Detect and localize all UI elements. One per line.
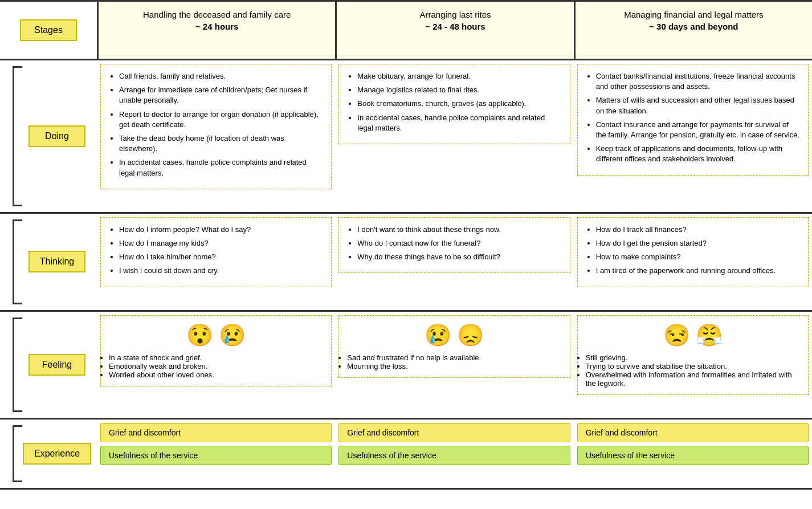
emoji-3-1: 😒 <box>663 323 690 348</box>
usefulness-bar-3: Usefulness of the service <box>577 446 809 465</box>
feeling-cell-1: 😯 😢 In a state of shock and grief. Emoti… <box>97 310 335 418</box>
doing-cell-2: Make obituary, arrange for funeral. Mana… <box>335 59 573 212</box>
doing-item: Book crematoriums, church, graves (as ap… <box>357 99 561 109</box>
feeling-row-label: Feeling <box>0 310 97 418</box>
doing-item: Keep track of applications and documents… <box>596 144 800 164</box>
thinking-cell-2: I don't want to think about these things… <box>335 212 573 310</box>
doing-item: In accidental cases, handle police compl… <box>119 157 323 178</box>
doing-item: Matters of wills and succession and othe… <box>596 95 800 116</box>
emoji-2-2: 😞 <box>457 323 484 348</box>
doing-item: Arrange for immediate care of children/p… <box>119 85 323 105</box>
thinking-item: Who do I contact now for the funeral? <box>357 238 561 249</box>
feeling-label: Feeling <box>28 354 85 376</box>
experience-cell-2: Grief and discomfort Usefulness of the s… <box>335 418 573 490</box>
doing-cell-1: Call friends, family and relatives. Arra… <box>97 59 335 212</box>
feeling-cell-3: 😒 😤 Still grieving. Trying to survive an… <box>574 310 812 418</box>
feeling-cell-2: 😢 😞 Sad and frustrated if no help is ava… <box>335 310 573 418</box>
grief-bar-3: Grief and discomfort <box>577 423 809 442</box>
grief-bar-2: Grief and discomfort <box>338 423 570 442</box>
feeling-item: Still grieving. <box>586 353 800 362</box>
feeling-emojis-1: 😯 😢 <box>109 323 323 348</box>
doing-label: Doing <box>28 125 85 147</box>
stage-2-header: Arranging last rites ~ 24 - 48 hours <box>335 0 573 59</box>
feeling-item: Mourning the loss. <box>347 362 561 370</box>
stage-3-header: Managing financial and legal matters ~ 3… <box>574 0 812 59</box>
stage-2-title: Arranging last rites <box>342 10 568 19</box>
thinking-list-2: I don't want to think about these things… <box>347 225 561 263</box>
experience-cell-1: Grief and discomfort Usefulness of the s… <box>97 418 335 490</box>
doing-item: Manage logistics related to final rites. <box>357 85 561 95</box>
feeling-item: Sad and frustrated if no help is availab… <box>347 353 561 362</box>
thinking-item: I wish I could sit down and cry. <box>119 266 323 276</box>
doing-cell-3: Contact banks/financial institutions, fr… <box>574 59 812 212</box>
feeling-list-1: In a state of shock and grief. Emotional… <box>109 353 323 379</box>
feeling-emojis-2: 😢 😞 <box>347 323 561 348</box>
stage-1-header: Handling the deceased and family care ~ … <box>97 0 335 59</box>
thinking-item: How do I track all finances? <box>596 225 800 235</box>
feeling-item: Overwhelmed with information and formali… <box>586 370 800 388</box>
stage-1-title: Handling the deceased and family care <box>104 10 329 19</box>
emoji-1-2: 😢 <box>219 323 246 348</box>
emoji-1-1: 😯 <box>186 323 213 348</box>
thinking-item: How do I take him/her home? <box>119 252 323 262</box>
doing-item: Make obituary, arrange for funeral. <box>357 71 561 82</box>
feeling-item: Emotionally weak and broken. <box>109 362 323 370</box>
grief-bar-1: Grief and discomfort <box>100 423 332 442</box>
stage-2-time: ~ 24 - 48 hours <box>342 22 568 31</box>
stages-label: Stages <box>20 19 77 41</box>
thinking-list-1: How do I inform people? What do I say? H… <box>109 225 323 276</box>
feeling-item: Worried about other loved ones. <box>109 370 323 379</box>
stage-3-time: ~ 30 days and beyond <box>581 22 806 31</box>
thinking-item: How to make complaints? <box>596 252 800 262</box>
thinking-item: How do I manage my kids? <box>119 238 323 249</box>
doing-item: Call friends, family and relatives. <box>119 71 323 82</box>
emoji-2-1: 😢 <box>425 323 451 348</box>
doing-item: Contact banks/financial institutions, fr… <box>596 71 800 92</box>
stage-3-title: Managing financial and legal matters <box>581 10 806 19</box>
usefulness-bar-2: Usefulness of the service <box>338 446 570 465</box>
thinking-item: I don't want to think about these things… <box>357 225 561 235</box>
emoji-3-2: 😤 <box>696 323 723 348</box>
experience-cell-3: Grief and discomfort Usefulness of the s… <box>574 418 812 490</box>
thinking-cell-1: How do I inform people? What do I say? H… <box>97 212 335 310</box>
thinking-label: Thinking <box>28 251 85 272</box>
feeling-emojis-3: 😒 😤 <box>586 323 800 348</box>
thinking-item: I am tired of the paperwork and running … <box>596 266 800 276</box>
thinking-list-3: How do I track all finances? How do I ge… <box>586 225 800 276</box>
thinking-item: How do I inform people? What do I say? <box>119 225 323 235</box>
doing-list-3: Contact banks/financial institutions, fr… <box>586 71 800 165</box>
usefulness-bar-1: Usefulness of the service <box>100 446 332 465</box>
doing-item: Take the dead body home (if location of … <box>119 133 323 154</box>
experience-label: Experience <box>23 443 91 465</box>
thinking-item: Why do these things have to be so diffic… <box>357 252 561 262</box>
doing-list-2: Make obituary, arrange for funeral. Mana… <box>347 71 561 133</box>
doing-row-label: Doing <box>0 59 97 212</box>
stage-1-time: ~ 24 hours <box>104 22 329 31</box>
doing-list-1: Call friends, family and relatives. Arra… <box>109 71 323 178</box>
doing-item: Contact insurance and arrange for paymen… <box>596 120 800 140</box>
thinking-item: How do I get the pension started? <box>596 238 800 249</box>
doing-item: In accidental cases, handle police compl… <box>357 113 561 133</box>
experience-row-label: Experience <box>0 418 97 490</box>
feeling-list-2: Sad and frustrated if no help is availab… <box>347 353 561 370</box>
thinking-cell-3: How do I track all finances? How do I ge… <box>574 212 812 310</box>
feeling-item: In a state of shock and grief. <box>109 353 323 362</box>
feeling-list-3: Still grieving. Trying to survive and st… <box>586 353 800 388</box>
feeling-item: Trying to survive and stabilise the situ… <box>586 362 800 370</box>
doing-item: Report to doctor to arrange for organ do… <box>119 109 323 130</box>
thinking-row-label: Thinking <box>0 212 97 310</box>
